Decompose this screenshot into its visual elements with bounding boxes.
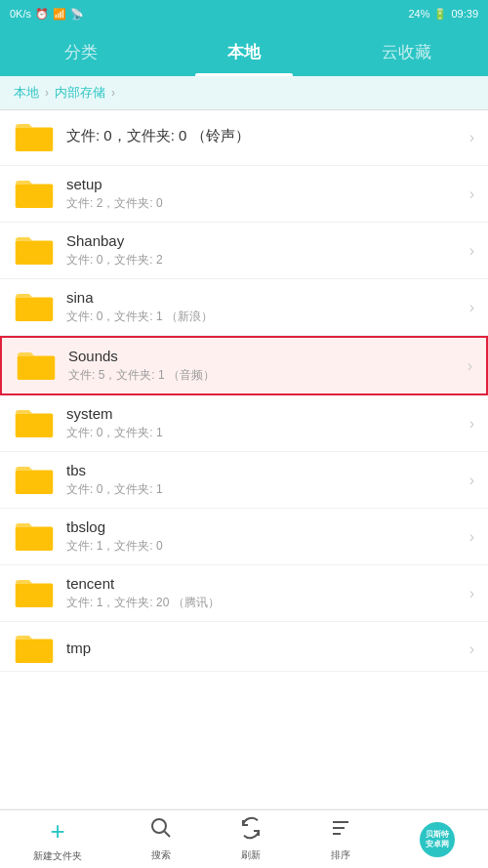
- chevron-right-icon: ›: [469, 472, 474, 489]
- nav-search[interactable]: 搜索: [149, 816, 173, 862]
- clock-time: 09:39: [451, 8, 478, 20]
- folder-icon: [14, 120, 55, 155]
- list-item[interactable]: system 文件: 0，文件夹: 1 ›: [0, 395, 488, 452]
- svg-rect-7: [16, 526, 54, 551]
- file-name: system: [66, 405, 462, 422]
- svg-rect-8: [16, 583, 54, 607]
- nav-refresh-label: 刷新: [241, 848, 261, 862]
- nav-new-folder[interactable]: + 新建文件夹: [33, 816, 82, 863]
- nav-search-label: 搜索: [151, 848, 171, 862]
- file-name: tbs: [66, 462, 462, 478]
- tab-cloud-label: 云收藏: [382, 41, 431, 63]
- status-left: 0K/s ⏰ 📶 📡: [10, 8, 84, 21]
- folder-icon: [14, 519, 55, 555]
- list-item[interactable]: tbs 文件: 0，文件夹: 1 ›: [0, 452, 488, 509]
- file-name: sina: [66, 289, 462, 306]
- search-icon: [149, 816, 173, 846]
- folder-icon: [14, 406, 55, 441]
- list-item[interactable]: sina 文件: 0，文件夹: 1 （新浪） ›: [0, 279, 488, 336]
- tab-local[interactable]: 本地: [163, 27, 326, 76]
- file-list: 文件: 0，文件夹: 0 （铃声） › setup 文件: 2，文件夹: 0 ›…: [0, 110, 488, 808]
- logo-circle: 贝斯特 安卓网: [420, 822, 455, 857]
- file-name: 文件: 0，文件夹: 0 （铃声）: [66, 127, 462, 145]
- breadcrumb-sep-2: ›: [111, 86, 115, 100]
- file-info: sina 文件: 0，文件夹: 1 （新浪）: [66, 289, 462, 325]
- bottom-nav: + 新建文件夹 搜索 刷新: [0, 809, 488, 868]
- chevron-right-icon: ›: [469, 585, 474, 602]
- nav-sort[interactable]: 排序: [329, 816, 352, 862]
- network-speed: 0K/s: [10, 8, 31, 20]
- breadcrumb-internal-storage[interactable]: 内部存储: [55, 84, 105, 102]
- file-name: Sounds: [68, 348, 460, 364]
- folder-icon: [14, 233, 55, 269]
- nav-logo[interactable]: 贝斯特 安卓网: [420, 822, 455, 857]
- chevron-right-icon: ›: [469, 242, 474, 260]
- clock-icon: ⏰: [35, 8, 49, 21]
- nav-refresh[interactable]: 刷新: [239, 816, 263, 862]
- chevron-right-icon: ›: [468, 357, 472, 375]
- tab-classify-label: 分类: [64, 41, 98, 63]
- svg-rect-0: [16, 128, 54, 152]
- svg-rect-9: [16, 640, 54, 664]
- folder-icon: [16, 349, 57, 384]
- nav-sort-label: 排序: [331, 848, 350, 862]
- file-meta: 文件: 2，文件夹: 0: [66, 195, 462, 212]
- battery-icon: 🔋: [433, 8, 447, 21]
- file-meta: 文件: 5，文件夹: 1 （音频）: [68, 367, 460, 384]
- file-meta: 文件: 1，文件夹: 0: [66, 538, 462, 555]
- file-info: Sounds 文件: 5，文件夹: 1 （音频）: [68, 348, 460, 384]
- file-meta: 文件: 0，文件夹: 1 （新浪）: [66, 309, 462, 325]
- file-info: Shanbay 文件: 0，文件夹: 2: [66, 232, 462, 269]
- file-info: tencent 文件: 1，文件夹: 20 （腾讯）: [66, 575, 462, 611]
- file-meta: 文件: 0，文件夹: 2: [66, 252, 462, 269]
- list-item[interactable]: 文件: 0，文件夹: 0 （铃声） ›: [0, 110, 488, 166]
- signal-icon: 📡: [70, 8, 84, 21]
- status-right: 24% 🔋 09:39: [408, 8, 478, 21]
- svg-rect-3: [16, 297, 54, 321]
- file-info: system 文件: 0，文件夹: 1: [66, 405, 462, 441]
- file-meta: 文件: 0，文件夹: 1: [66, 481, 462, 498]
- file-name: tbslog: [66, 518, 462, 535]
- svg-point-10: [152, 819, 166, 833]
- logo-text: 贝斯特 安卓网: [426, 830, 449, 848]
- tab-cloud[interactable]: 云收藏: [325, 27, 488, 76]
- list-item[interactable]: tbslog 文件: 1，文件夹: 0 ›: [0, 509, 488, 565]
- list-item[interactable]: setup 文件: 2，文件夹: 0 ›: [0, 166, 488, 223]
- folder-icon: [14, 632, 55, 667]
- status-bar: 0K/s ⏰ 📶 📡 24% 🔋 09:39: [0, 0, 488, 27]
- list-item-sounds[interactable]: Sounds 文件: 5，文件夹: 1 （音频） ›: [0, 336, 488, 395]
- breadcrumb-local[interactable]: 本地: [14, 84, 39, 102]
- file-info: tbslog 文件: 1，文件夹: 0: [66, 518, 462, 555]
- list-item[interactable]: tmp ›: [0, 622, 488, 672]
- chevron-right-icon: ›: [469, 641, 474, 658]
- breadcrumb-sep-1: ›: [45, 86, 49, 100]
- chevron-right-icon: ›: [469, 299, 474, 316]
- breadcrumb: 本地 › 内部存储 ›: [0, 76, 488, 110]
- svg-line-11: [164, 832, 170, 838]
- svg-rect-4: [18, 355, 56, 380]
- file-info: tbs 文件: 0，文件夹: 1: [66, 462, 462, 498]
- chevron-right-icon: ›: [469, 415, 474, 433]
- file-meta: 文件: 0，文件夹: 1: [66, 425, 462, 441]
- refresh-icon: [239, 816, 263, 846]
- file-info: setup 文件: 2，文件夹: 0: [66, 176, 462, 212]
- tab-classify[interactable]: 分类: [0, 27, 163, 76]
- list-item[interactable]: tencent 文件: 1，文件夹: 20 （腾讯） ›: [0, 565, 488, 622]
- folder-icon: [14, 576, 55, 611]
- folder-icon: [14, 463, 55, 498]
- file-name: setup: [66, 176, 462, 192]
- chevron-right-icon: ›: [469, 129, 474, 146]
- plus-icon: +: [51, 816, 65, 847]
- file-name: tmp: [66, 640, 462, 656]
- list-item[interactable]: Shanbay 文件: 0，文件夹: 2 ›: [0, 223, 488, 279]
- file-name: tencent: [66, 575, 462, 592]
- chevron-right-icon: ›: [469, 186, 474, 203]
- wifi-icon: 📶: [53, 8, 66, 21]
- svg-rect-2: [16, 240, 54, 265]
- tab-local-label: 本地: [227, 41, 261, 63]
- tab-bar: 分类 本地 云收藏: [0, 27, 488, 76]
- chevron-right-icon: ›: [469, 528, 474, 546]
- svg-rect-6: [16, 470, 54, 494]
- folder-icon: [14, 177, 55, 212]
- battery-percent: 24%: [408, 8, 429, 20]
